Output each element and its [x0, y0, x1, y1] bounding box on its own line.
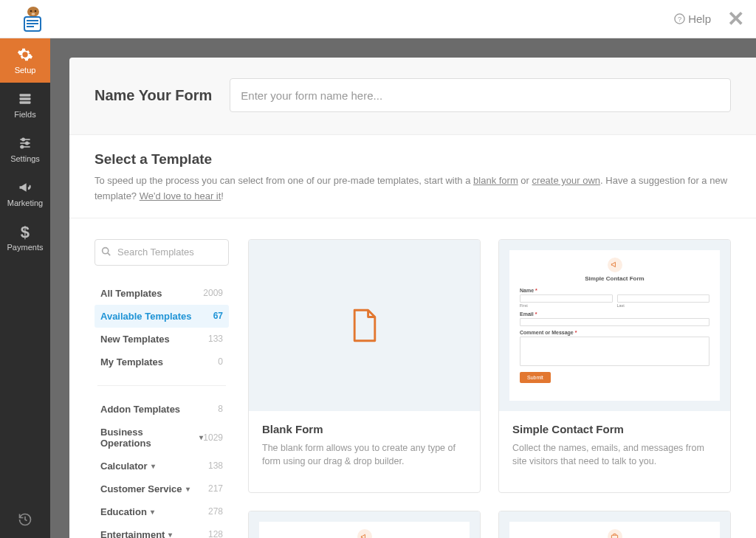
cat-my-templates[interactable]: My Templates 0: [94, 351, 229, 373]
chevron-down-icon: ▾: [151, 508, 154, 516]
wpforms-logo: [12, 5, 46, 33]
template-preview: [249, 240, 480, 411]
svg-rect-10: [20, 94, 31, 96]
cat-education[interactable]: Education▾ 278: [94, 500, 229, 523]
blank-form-link[interactable]: blank form: [473, 175, 518, 186]
template-sidebar: All Templates 2009 Available Templates 6…: [94, 239, 229, 538]
template-card-blank[interactable]: Blank Form The blank form allows you to …: [248, 239, 481, 494]
template-preview: Simple Contact Form Name * First Last Em…: [499, 240, 730, 411]
template-name: Simple Contact Form: [512, 423, 717, 435]
name-label: Name Your Form: [94, 87, 212, 104]
svg-rect-12: [20, 101, 31, 103]
form-name-input[interactable]: [230, 78, 731, 112]
template-card-automobile[interactable]: Automobile Information Form Year of Regi…: [498, 511, 731, 538]
svg-rect-11: [20, 97, 31, 100]
top-bar: ? Help ✕: [0, 0, 756, 38]
fields-icon: [17, 91, 33, 107]
cat-available-templates[interactable]: Available Templates 67: [94, 305, 229, 328]
help-icon: ?: [674, 13, 685, 24]
svg-line-21: [108, 253, 110, 255]
cat-new-templates[interactable]: New Templates 133: [94, 328, 229, 351]
megaphone-icon: [360, 533, 368, 538]
svg-rect-6: [27, 23, 38, 24]
gear-icon: [17, 46, 33, 63]
template-desc: The blank form allows you to create any …: [262, 441, 467, 469]
search-input[interactable]: [94, 239, 229, 266]
search-box: [94, 239, 229, 266]
chevron-down-icon: ▾: [186, 485, 190, 493]
svg-text:?: ?: [678, 15, 681, 23]
megaphone-icon: [611, 261, 619, 269]
svg-text:$: $: [21, 224, 30, 240]
svg-point-20: [103, 247, 109, 253]
svg-point-2: [35, 10, 37, 12]
nav-fields[interactable]: Fields: [0, 83, 50, 127]
svg-point-3: [32, 13, 35, 15]
nav-setup[interactable]: Setup: [0, 38, 50, 83]
svg-point-1: [30, 10, 32, 12]
svg-point-18: [21, 145, 23, 148]
nav-label: Payments: [7, 243, 44, 252]
svg-point-14: [22, 138, 24, 140]
cat-entertainment[interactable]: Entertainment▾ 128: [94, 523, 229, 538]
cat-business-operations[interactable]: Business Operations▾ 1029: [94, 421, 229, 455]
category-list-primary: All Templates 2009 Available Templates 6…: [94, 282, 229, 373]
template-name: Blank Form: [262, 423, 467, 435]
template-card-newsletter[interactable]: Newsletter Signup Form Name *: [248, 511, 481, 538]
nav-label: Fields: [14, 110, 35, 119]
chevron-down-icon: ▾: [168, 531, 172, 538]
divider: [97, 385, 226, 386]
template-title: Select a Template: [94, 151, 731, 168]
svg-rect-22: [611, 535, 617, 538]
side-nav: Setup Fields Settings Marketing $ Paymen…: [0, 38, 50, 538]
chevron-down-icon: ▾: [151, 462, 155, 470]
svg-point-16: [26, 142, 28, 144]
template-header: Select a Template To speed up the proces…: [69, 135, 756, 218]
search-icon: [101, 246, 111, 259]
setup-panel: Name Your Form Select a Template To spee…: [69, 58, 756, 538]
template-grid: Blank Form The blank form allows you to …: [248, 239, 731, 538]
template-preview: Automobile Information Form Year of Regi…: [499, 511, 730, 538]
template-card-simple-contact[interactable]: Simple Contact Form Name * First Last Em…: [498, 239, 731, 494]
briefcase-icon: [611, 533, 619, 538]
megaphone-icon: [17, 179, 33, 196]
cat-addon-templates[interactable]: Addon Templates 8: [94, 398, 229, 421]
cat-customer-service[interactable]: Customer Service▾ 217: [94, 477, 229, 500]
close-button[interactable]: ✕: [727, 9, 744, 30]
history-icon: [18, 512, 32, 527]
help-link[interactable]: ? Help: [674, 13, 711, 25]
template-preview: Newsletter Signup Form Name *: [249, 511, 480, 538]
cat-all-templates[interactable]: All Templates 2009: [94, 282, 229, 305]
file-icon: [351, 308, 379, 342]
nav-label: Setup: [15, 66, 36, 75]
nav-payments[interactable]: $ Payments: [0, 215, 50, 260]
nav-marketing[interactable]: Marketing: [0, 171, 50, 215]
nav-label: Settings: [10, 154, 40, 163]
svg-point-0: [27, 7, 39, 17]
cat-calculator[interactable]: Calculator▾ 138: [94, 455, 229, 477]
svg-rect-7: [27, 26, 34, 27]
sliders-icon: [17, 135, 33, 151]
help-label: Help: [688, 13, 711, 25]
nav-label: Marketing: [7, 199, 43, 207]
template-desc: To speed up the process you can select f…: [94, 173, 731, 204]
create-own-link[interactable]: create your own: [532, 175, 601, 186]
suggestion-link[interactable]: We'd love to hear it: [140, 190, 221, 201]
nav-history[interactable]: [0, 501, 50, 538]
nav-settings[interactable]: Settings: [0, 127, 50, 171]
panel-backdrop: Name Your Form Select a Template To spee…: [50, 38, 756, 538]
template-desc: Collect the names, emails, and messages …: [512, 441, 717, 469]
category-list-secondary: Addon Templates 8 Business Operations▾ 1…: [94, 398, 229, 538]
name-section: Name Your Form: [69, 58, 756, 135]
dollar-icon: $: [17, 224, 33, 240]
svg-rect-5: [27, 20, 38, 21]
